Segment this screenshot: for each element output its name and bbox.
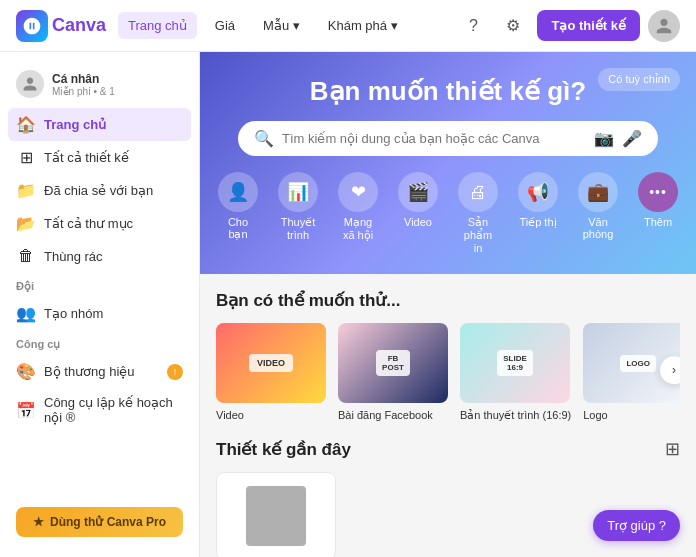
sidebar-item-planner[interactable]: 📅 Công cụ lập kế hoạch nội ® xyxy=(8,388,191,432)
hero-cat-for-you-label: Cho bạn xyxy=(218,216,258,241)
user-plan: Miễn phí • & 1 xyxy=(52,86,115,97)
hero-cat-video-label: Video xyxy=(404,216,432,228)
trash-icon: 🗑 xyxy=(16,247,36,265)
home-icon: 🏠 xyxy=(16,115,36,134)
recent-design-preview xyxy=(246,486,306,546)
user-info: Cá nhân Miễn phí • & 1 xyxy=(52,72,115,97)
template-label-logo: Logo xyxy=(583,409,680,421)
user-name: Cá nhân xyxy=(52,72,115,86)
brand-badge: ! xyxy=(167,364,183,380)
hero-cat-presentation-label: Thuyết trình xyxy=(278,216,318,241)
sidebar-item-home[interactable]: 🏠 Trang chủ xyxy=(8,108,191,141)
try-section-header: Bạn có thể muốn thử... xyxy=(216,290,680,311)
shared-icon: 📁 xyxy=(16,181,36,200)
logo[interactable]: Canva xyxy=(16,10,106,42)
templates-row: VIDEO Video FBPOST Bài đăng Facebook xyxy=(216,323,680,422)
hero-cat-more[interactable]: ••• Thêm xyxy=(638,172,678,254)
sidebar-item-create-group-label: Tạo nhóm xyxy=(44,306,103,321)
hero-cat-for-you[interactable]: 👤 Cho bạn xyxy=(218,172,258,254)
sidebar-item-brand[interactable]: 🎨 Bộ thương hiệu ! xyxy=(8,355,191,388)
planner-icon: 📅 xyxy=(16,401,36,420)
hero-cat-social[interactable]: ❤ Mạng xã hội xyxy=(338,172,378,254)
grid-view-icon[interactable]: ⊞ xyxy=(665,438,680,460)
sidebar-item-shared[interactable]: 📁 Đã chia sẻ với bạn xyxy=(8,174,191,207)
sidebar: Cá nhân Miễn phí • & 1 🏠 Trang chủ ⊞ Tất… xyxy=(0,52,200,557)
avatar[interactable] xyxy=(648,10,680,42)
try-pro-label: Dùng thử Canva Pro xyxy=(50,515,166,529)
marketing-icon: 📢 xyxy=(518,172,558,212)
template-thumb-presentation: SLIDE16:9 xyxy=(460,323,570,403)
sidebar-item-shared-label: Đã chia sẻ với bạn xyxy=(44,183,153,198)
hero-cat-marketing-label: Tiếp thị xyxy=(519,216,556,229)
sidebar-item-all-designs-label: Tất cả thiết kế xyxy=(44,150,129,165)
customize-button[interactable]: Có tuỳ chỉnh xyxy=(598,68,680,91)
section-label-doi: Đội xyxy=(8,272,191,297)
for-you-icon: 👤 xyxy=(218,172,258,212)
help-button[interactable]: Trợ giúp ? xyxy=(593,510,680,541)
sidebar-item-folders[interactable]: 📂 Tất cả thư mục xyxy=(8,207,191,240)
sidebar-item-create-group[interactable]: 👥 Tạo nhóm xyxy=(8,297,191,330)
try-pro-button[interactable]: ★ Dùng thử Canva Pro xyxy=(16,507,183,537)
print-icon: 🖨 xyxy=(458,172,498,212)
try-section-title: Bạn có thể muốn thử... xyxy=(216,290,401,311)
hero-cat-print-label: Sản phẩm in xyxy=(458,216,498,254)
hero-cat-video[interactable]: 🎬 Video xyxy=(398,172,438,254)
office-icon: 💼 xyxy=(578,172,618,212)
brand-icon: 🎨 xyxy=(16,362,36,381)
more-icon: ••• xyxy=(638,172,678,212)
sidebar-item-planner-label: Công cụ lập kế hoạch nội ® xyxy=(44,395,183,425)
template-card-video[interactable]: VIDEO Video xyxy=(216,323,326,422)
recent-section-header: Thiết kế gần đây ⊞ xyxy=(216,438,680,460)
template-thumb-video: VIDEO xyxy=(216,323,326,403)
settings-icon[interactable]: ⚙ xyxy=(497,10,529,42)
social-icon: ❤ xyxy=(338,172,378,212)
try-section: Bạn có thể muốn thử... VIDEO Video xyxy=(200,290,696,438)
presentation-cat-icon: 📊 xyxy=(278,172,318,212)
video-cat-icon: 🎬 xyxy=(398,172,438,212)
sidebar-item-folders-label: Tất cả thư mục xyxy=(44,216,133,231)
group-icon: 👥 xyxy=(16,304,36,323)
hero-search-box[interactable]: 🔍 📷 🎤 xyxy=(238,121,658,156)
sidebar-user[interactable]: Cá nhân Miễn phí • & 1 xyxy=(8,64,191,104)
create-button[interactable]: Tạo thiết kế xyxy=(537,10,640,41)
main-content: Có tuỳ chỉnh Bạn muốn thiết kế gì? 🔍 📷 🎤… xyxy=(200,52,696,557)
template-label-video: Video xyxy=(216,409,326,421)
sidebar-item-home-label: Trang chủ xyxy=(44,117,106,132)
sidebar-bottom: ★ Dùng thử Canva Pro xyxy=(8,499,191,545)
help-icon[interactable]: ? xyxy=(457,10,489,42)
template-card-facebook[interactable]: FBPOST Bài đăng Facebook xyxy=(338,323,448,422)
sidebar-item-trash[interactable]: 🗑 Thùng rác xyxy=(8,240,191,272)
nav-item-price[interactable]: Giá xyxy=(205,12,245,39)
help-label: Trợ giúp ? xyxy=(607,518,666,533)
hero-cat-office[interactable]: 💼 Văn phòng xyxy=(578,172,618,254)
search-icon: 🔍 xyxy=(254,129,274,148)
star-icon: ★ xyxy=(33,515,44,529)
search-input[interactable] xyxy=(282,131,586,146)
user-avatar xyxy=(16,70,44,98)
nav-item-home[interactable]: Trang chủ xyxy=(118,12,197,39)
hero-cat-print[interactable]: 🖨 Sản phẩm in xyxy=(458,172,498,254)
template-card-presentation[interactable]: SLIDE16:9 Bản thuyết trình (16:9) xyxy=(460,323,571,422)
logo-mark xyxy=(16,10,48,42)
sidebar-item-all-designs[interactable]: ⊞ Tất cả thiết kế xyxy=(8,141,191,174)
recent-design-card[interactable]: Thiết kế chưa có tên Facebook Cover xyxy=(216,472,336,557)
recent-section-title: Thiết kế gần đây xyxy=(216,439,351,460)
nav-item-explore[interactable]: Khám phá ▾ xyxy=(318,12,408,39)
logo-text: Canva xyxy=(52,15,106,36)
mic-icon[interactable]: 🎤 xyxy=(622,129,642,148)
hero-cat-more-label: Thêm xyxy=(644,216,672,228)
hero-cat-presentation[interactable]: 📊 Thuyết trình xyxy=(278,172,318,254)
nav-icons: ? ⚙ Tạo thiết kế xyxy=(457,10,680,42)
camera-icon[interactable]: 📷 xyxy=(594,129,614,148)
hero-cat-social-label: Mạng xã hội xyxy=(338,216,378,242)
template-thumb-facebook: FBPOST xyxy=(338,323,448,403)
hero-cat-marketing[interactable]: 📢 Tiếp thị xyxy=(518,172,558,254)
templates-next-arrow[interactable]: › xyxy=(660,356,680,384)
grid-icon: ⊞ xyxy=(16,148,36,167)
hero-categories: 👤 Cho bạn 📊 Thuyết trình ❤ Mạng xã hội 🎬… xyxy=(232,172,664,254)
top-nav: Canva Trang chủ Giá Mẫu ▾ Khám phá ▾ ? ⚙… xyxy=(0,0,696,52)
folder-icon: 📂 xyxy=(16,214,36,233)
hero-cat-office-label: Văn phòng xyxy=(578,216,618,240)
sidebar-item-trash-label: Thùng rác xyxy=(44,249,103,264)
nav-item-templates[interactable]: Mẫu ▾ xyxy=(253,12,310,39)
